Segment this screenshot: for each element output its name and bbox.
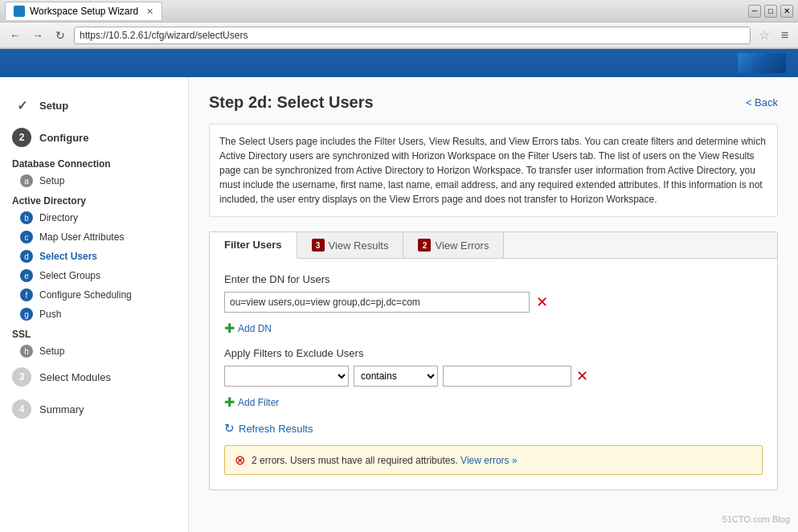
badge-a: a (20, 174, 33, 187)
add-filter-label: Add Filter (238, 397, 279, 408)
page-description: The Select Users page includes the Filte… (209, 124, 778, 217)
tab-view-errors[interactable]: 2 View Errors (403, 232, 504, 258)
filter-value-input[interactable] (443, 366, 571, 387)
menu-icon[interactable]: ≡ (778, 28, 792, 43)
sidebar: ✓ Setup 2 Configure Database Connection … (0, 77, 189, 532)
tab-label: Workspace Setup Wizard (30, 6, 138, 17)
badge-f: f (20, 289, 33, 301)
title-bar: Workspace Setup Wizard ✕ ─ □ ✕ (0, 0, 798, 23)
back-link[interactable]: < Back (746, 96, 778, 108)
step1-label: Setup (39, 100, 68, 112)
map-user-label: Map User Attributes (39, 231, 124, 243)
remove-filter-btn[interactable]: ✕ (576, 369, 588, 383)
add-dn-link[interactable]: ✚ Add DN (224, 321, 763, 336)
configure-scheduling-label: Configure Scheduling (39, 289, 132, 301)
window-controls: ─ □ ✕ (748, 5, 793, 18)
step2-label: Configure (39, 132, 88, 144)
view-errors-badge: 2 (418, 239, 431, 252)
minimize-btn[interactable]: ─ (748, 5, 761, 18)
sidebar-item-map-user-attributes[interactable]: c Map User Attributes (12, 227, 188, 247)
back-button[interactable]: ← (6, 27, 24, 44)
directory-label: Directory (39, 212, 78, 223)
tabs-header: Filter Users 3 View Results 2 View Error… (210, 232, 777, 259)
sidebar-item-select-users[interactable]: d Select Users (12, 247, 188, 266)
badge-h: h (20, 345, 33, 358)
add-dn-icon: ✚ (224, 321, 235, 336)
browser-tab[interactable]: Workspace Setup Wizard ✕ (5, 2, 162, 20)
ssl-header: SSL (0, 324, 188, 342)
apply-filters-label: Apply Filters to Exclude Users (224, 347, 763, 359)
select-groups-label: Select Groups (39, 270, 100, 281)
add-filter-icon: ✚ (224, 395, 235, 410)
tab-view-results[interactable]: 3 View Results (297, 232, 404, 258)
step3-circle: 3 (12, 367, 31, 387)
nav-bar: ← → ↻ ☆ ≡ (0, 23, 798, 48)
ssl-sub-items: h Setup (0, 342, 188, 361)
filter-attribute-select[interactable]: givenName sn mail cn (224, 366, 349, 387)
remove-dn-btn[interactable]: ✕ (536, 295, 548, 309)
tab-view-errors-label: View Errors (435, 239, 489, 252)
sidebar-item-ssl-setup[interactable]: h Setup (12, 342, 188, 361)
main-layout: ✓ Setup 2 Configure Database Connection … (0, 77, 798, 532)
filter-row: givenName sn mail cn contains does not c… (224, 366, 763, 387)
badge-e: e (20, 269, 33, 282)
badge-d: d (20, 250, 33, 263)
tab-icon (14, 6, 25, 17)
refresh-label: Refresh Results (239, 423, 313, 435)
step4-circle: 4 (12, 399, 31, 419)
push-label: Push (39, 309, 61, 320)
badge-g: g (20, 308, 33, 321)
maximize-btn[interactable]: □ (764, 5, 777, 18)
tab-filter-users-label: Filter Users (224, 239, 282, 251)
sidebar-step-1: ✓ Setup (0, 89, 188, 121)
badge-b: b (20, 211, 33, 224)
badge-c: c (20, 231, 33, 243)
forward-button[interactable]: → (29, 27, 47, 44)
filter-condition-select[interactable]: contains does not contain equals starts … (354, 366, 438, 387)
add-filter-link[interactable]: ✚ Add Filter (224, 395, 763, 410)
filter-users-panel: Enter the DN for Users ✕ ✚ Add DN Apply … (210, 259, 777, 489)
db-sub-items: a Setup (0, 171, 188, 190)
step3-label: Select Modules (39, 371, 111, 383)
view-results-badge: 3 (312, 239, 325, 252)
step2-circle: 2 (12, 128, 31, 147)
sidebar-step-4: 4 Summary (0, 393, 188, 425)
page-title-row: Step 2d: Select Users < Back (209, 93, 778, 112)
content-area: Step 2d: Select Users < Back The Select … (189, 77, 798, 532)
sidebar-item-db-setup[interactable]: a Setup (12, 171, 188, 190)
dn-input-row: ✕ (224, 292, 763, 313)
tab-close-btn[interactable]: ✕ (146, 6, 153, 17)
error-message: 2 errors. Users must have all required a… (252, 455, 518, 466)
reload-button[interactable]: ↻ (51, 27, 69, 44)
active-directory-header: Active Directory (0, 190, 188, 208)
error-bar: ⊗ 2 errors. Users must have all required… (224, 445, 763, 475)
db-connection-header: Database Connection (0, 153, 188, 171)
refresh-icon: ↻ (224, 421, 235, 436)
sidebar-step-2: 2 Configure (0, 121, 188, 153)
tab-filter-users[interactable]: Filter Users (210, 232, 297, 259)
watermark: 51CTO.com Blog (722, 514, 790, 524)
app-header (0, 49, 798, 77)
close-btn[interactable]: ✕ (780, 5, 793, 18)
refresh-results-btn[interactable]: ↻ Refresh Results (224, 421, 763, 436)
sidebar-item-push[interactable]: g Push (12, 305, 188, 324)
browser-chrome: Workspace Setup Wizard ✕ ─ □ ✕ ← → ↻ ☆ ≡ (0, 0, 798, 49)
ssl-setup-label: Setup (39, 346, 64, 357)
add-dn-label: Add DN (238, 323, 272, 334)
dn-label: Enter the DN for Users (224, 273, 763, 285)
sidebar-item-directory[interactable]: b Directory (12, 208, 188, 227)
page-title: Step 2d: Select Users (209, 93, 374, 112)
dn-input-field[interactable] (224, 292, 530, 313)
bookmark-icon[interactable]: ☆ (755, 27, 773, 43)
sidebar-item-configure-scheduling[interactable]: f Configure Scheduling (12, 285, 188, 305)
address-bar[interactable] (74, 27, 751, 44)
app-logo (738, 53, 786, 73)
error-count-text: 2 errors. Users must have all required a… (252, 455, 460, 466)
step1-circle: ✓ (12, 96, 31, 115)
tabs-container: Filter Users 3 View Results 2 View Error… (209, 231, 778, 490)
step4-label: Summary (39, 403, 84, 415)
db-setup-label: Setup (39, 175, 64, 186)
error-icon: ⊗ (235, 452, 245, 468)
sidebar-item-select-groups[interactable]: e Select Groups (12, 266, 188, 285)
view-errors-link[interactable]: View errors » (460, 455, 517, 466)
